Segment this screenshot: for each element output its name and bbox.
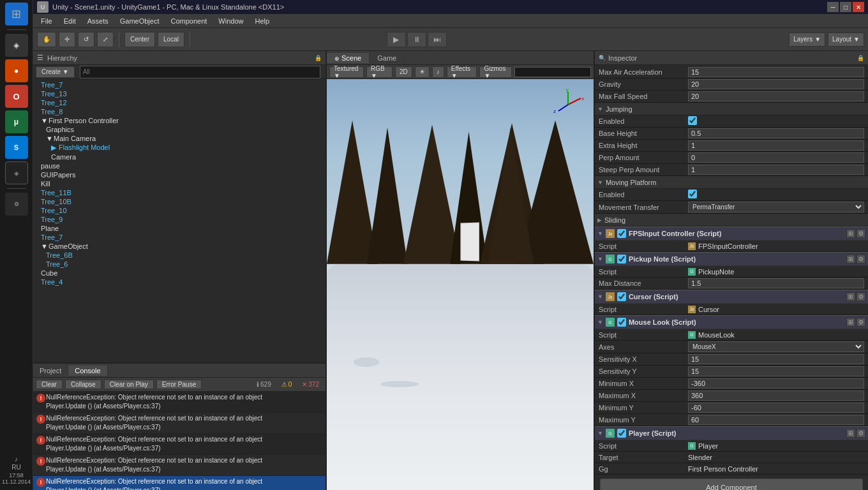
console-row[interactable]: ! NullReferenceException: Object referen…	[33, 413, 326, 434]
mouse-look-header[interactable]: ▼ G Mouse Look (Script) ⊞ ⚙	[595, 315, 868, 329]
close-button[interactable]: ✕	[853, 2, 864, 12]
maximum-y-input[interactable]	[688, 415, 864, 425]
player-header[interactable]: ▼ G Player (Script) ⊞ ⚙	[595, 426, 868, 440]
menu-component[interactable]: Component	[165, 16, 212, 26]
menu-gameobject[interactable]: GameObject	[115, 16, 165, 26]
play-button[interactable]: ▶	[387, 32, 406, 47]
local-button[interactable]: Local	[158, 32, 184, 47]
layout-dropdown[interactable]: Layout ▼	[828, 33, 864, 47]
fps-input-header[interactable]: ▼ Js FPSInput Controller (Script) ⊞ ⚙	[595, 226, 868, 241]
list-item[interactable]: Graphics	[33, 125, 326, 134]
list-item[interactable]: Tree_6	[33, 260, 326, 269]
list-item[interactable]: Kill	[33, 179, 326, 188]
jumping-enabled-checkbox[interactable]	[688, 116, 697, 125]
moving-platform-enabled-checkbox[interactable]	[688, 189, 697, 198]
scale-tool[interactable]: ⤢	[97, 32, 114, 47]
max-distance-input[interactable]	[688, 278, 864, 288]
inspector-lock[interactable]: 🔒	[857, 55, 864, 61]
minimum-y-input[interactable]	[688, 403, 864, 413]
movement-transfer-dropdown[interactable]: PermaTransfer	[688, 202, 864, 212]
list-item[interactable]: Tree_12	[33, 98, 326, 107]
extra-height-input[interactable]	[688, 140, 864, 151]
list-item[interactable]: Tree_10	[33, 206, 326, 215]
steep-perp-amount-input[interactable]	[688, 165, 864, 175]
tab-console[interactable]: Console	[68, 366, 107, 376]
fps-input-enabled[interactable]	[617, 229, 626, 238]
max-air-acceleration-input[interactable]	[688, 67, 864, 77]
fps-input-settings[interactable]: ⚙	[857, 229, 865, 238]
list-item[interactable]: Tree_8	[33, 107, 326, 116]
maximize-button[interactable]: □	[840, 2, 851, 12]
opera-icon[interactable]: O	[5, 85, 28, 108]
list-item[interactable]: Tree_7	[33, 233, 326, 242]
minimum-x-input[interactable]	[688, 378, 864, 389]
console-row[interactable]: ! NullReferenceException: Object referen…	[33, 434, 326, 455]
mouse-look-enabled[interactable]	[617, 318, 626, 327]
menu-edit[interactable]: Edit	[59, 16, 81, 26]
scene-search-input[interactable]	[514, 67, 591, 77]
step-button[interactable]: ⏭	[428, 32, 447, 47]
fps-input-menu[interactable]: ⊞	[846, 229, 855, 238]
warn-badge[interactable]: ⚠ 0	[278, 380, 296, 389]
perp-amount-input[interactable]	[688, 152, 864, 163]
info-badge[interactable]: ℹ 629	[253, 380, 275, 389]
sensitivity-x-input[interactable]	[688, 354, 864, 364]
list-item[interactable]: Camera	[33, 152, 326, 161]
hierarchy-create[interactable]: Create ▼	[36, 66, 75, 78]
rgb-dropdown[interactable]: RGB ▼	[366, 66, 393, 78]
list-item[interactable]: GUIPapers	[33, 170, 326, 179]
list-item[interactable]: Tree_13	[33, 89, 326, 98]
pickup-note-settings[interactable]: ⚙	[857, 255, 865, 264]
effects-dropdown[interactable]: Effects ▼	[447, 66, 477, 78]
2d-button[interactable]: 2D	[395, 66, 412, 78]
player-menu[interactable]: ⊞	[846, 429, 855, 438]
gravity-input[interactable]	[688, 79, 864, 89]
tab-project[interactable]: Project	[33, 366, 68, 376]
clear-on-play-button[interactable]: Clear on Play	[104, 380, 154, 389]
list-item[interactable]: ▼Main Camera	[33, 134, 326, 143]
pause-button[interactable]: ⏸	[407, 32, 426, 47]
audio-button[interactable]: ♪	[432, 66, 444, 78]
list-item[interactable]: Tree_10B	[33, 197, 326, 206]
maximum-x-input[interactable]	[688, 390, 864, 401]
list-item[interactable]: ▼First Person Controller	[33, 116, 326, 125]
menu-window[interactable]: Window	[213, 16, 248, 26]
list-item[interactable]: ▶Flashlight Model	[33, 143, 326, 152]
gizmos-dropdown[interactable]: Gizmos ▼	[479, 66, 512, 78]
max-fall-speed-input[interactable]	[688, 91, 864, 101]
pickup-note-menu[interactable]: ⊞	[846, 255, 855, 264]
add-component-button[interactable]: Add Component	[600, 479, 863, 490]
center-button[interactable]: Center	[124, 32, 155, 47]
collapse-button[interactable]: Collapse	[65, 380, 101, 389]
tab-game[interactable]: Game	[370, 53, 405, 63]
list-item[interactable]: Tree_4	[33, 278, 326, 286]
cursor-enabled[interactable]	[617, 292, 626, 301]
hierarchy-search[interactable]	[80, 66, 320, 78]
cursor-header[interactable]: ▼ Js Cursor (Script) ⊞ ⚙	[595, 290, 868, 304]
mouse-look-settings[interactable]: ⚙	[857, 318, 865, 327]
sliding-section-header[interactable]: ▶ Sliding	[595, 214, 868, 226]
rotate-tool[interactable]: ↺	[78, 32, 94, 47]
list-item[interactable]: Plane	[33, 224, 326, 233]
pickup-note-enabled[interactable]	[617, 255, 626, 264]
scene-viewport[interactable]: x y z	[327, 79, 594, 490]
axes-dropdown[interactable]: MouseX	[688, 341, 864, 352]
move-tool[interactable]: ✛	[59, 32, 75, 47]
list-item[interactable]: ▼GameObject	[33, 242, 326, 251]
list-item[interactable]: Tree_7	[33, 80, 326, 89]
menu-file[interactable]: File	[36, 16, 57, 26]
sun-button[interactable]: ☀	[415, 66, 430, 78]
utorrent-icon[interactable]: μ	[5, 110, 28, 133]
moving-platform-header[interactable]: ▼ Moving Platform	[595, 176, 868, 189]
ubuntu-icon[interactable]: ●	[5, 59, 28, 82]
console-row[interactable]: ! NullReferenceException: Object referen…	[33, 392, 326, 413]
misc-icon[interactable]: ⚙	[5, 193, 28, 216]
clear-button[interactable]: Clear	[36, 380, 63, 389]
jumping-section-header[interactable]: ▼ Jumping	[595, 103, 868, 115]
unity3d-icon[interactable]: ◈	[5, 161, 28, 184]
error-pause-button[interactable]: Error Pause	[156, 380, 202, 389]
menu-assets[interactable]: Assets	[82, 16, 114, 26]
minimize-button[interactable]: ─	[827, 2, 839, 12]
console-row[interactable]: ! NullReferenceException: Object referen…	[33, 455, 326, 476]
mouse-look-menu[interactable]: ⊞	[846, 318, 855, 327]
